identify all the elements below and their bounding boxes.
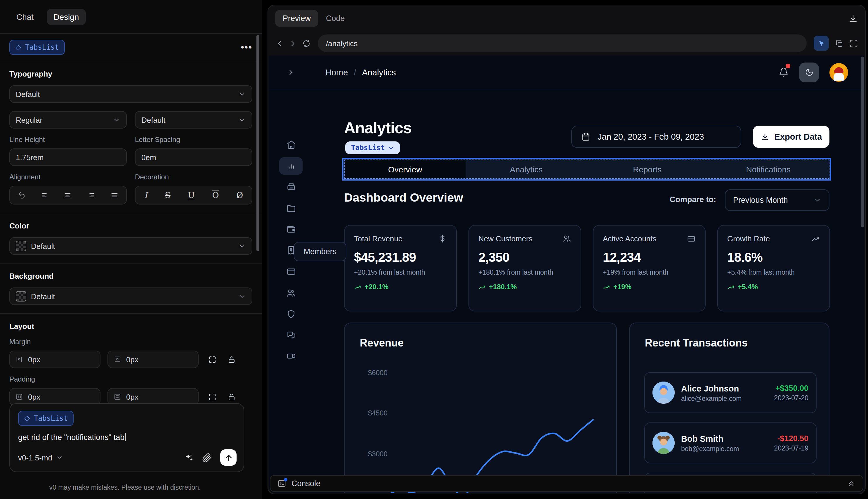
home-icon: [286, 139, 296, 149]
paperclip-icon[interactable]: [202, 452, 212, 462]
composer-component-chip[interactable]: TabsList: [18, 411, 74, 426]
typography-label: Typography: [9, 70, 252, 78]
italic-icon[interactable]: I: [144, 191, 148, 200]
sidebar-item-video[interactable]: [279, 347, 302, 365]
fullscreen-icon[interactable]: [849, 39, 858, 48]
sidebar-item-files[interactable]: [279, 199, 302, 217]
transaction-date: 2023-07-19: [774, 445, 808, 452]
chevron-down-icon: [238, 242, 246, 250]
url-input[interactable]: /analytics: [318, 35, 807, 52]
preview-nav-bar: /analytics: [268, 31, 865, 56]
app-viewport: Home / Analytics: [269, 56, 865, 493]
tab-notifications[interactable]: Notifications: [708, 160, 829, 178]
background-swatch: [16, 291, 26, 302]
tab-analytics[interactable]: Analytics: [466, 160, 587, 178]
download-icon[interactable]: [848, 13, 858, 23]
background-select[interactable]: Default: [9, 288, 252, 305]
shield-icon: [286, 309, 296, 319]
date-range-button[interactable]: Jan 20, 2023 - Feb 09, 2023: [571, 126, 741, 148]
padding-horizontal-input[interactable]: 0px: [9, 388, 100, 405]
expand-sides-icon[interactable]: [208, 392, 217, 401]
back-icon[interactable]: [275, 39, 284, 48]
margin-horizontal-input[interactable]: 0px: [9, 351, 100, 368]
sidebar-item-home[interactable]: [279, 136, 302, 153]
chevron-down-icon: [238, 90, 246, 98]
tab-chat[interactable]: Chat: [9, 9, 41, 25]
sparkles-icon[interactable]: [184, 452, 194, 462]
credit-card-icon: [286, 266, 296, 276]
letter-spacing-input[interactable]: 0em: [135, 148, 252, 166]
reset-alignment-icon[interactable]: [17, 191, 26, 199]
more-options-button[interactable]: •••: [241, 42, 252, 52]
tab-preview[interactable]: Preview: [275, 10, 318, 27]
theme-toggle-button[interactable]: [799, 62, 819, 82]
color-select[interactable]: Default: [9, 237, 252, 255]
tab-design[interactable]: Design: [47, 9, 86, 25]
dollar-sign-icon: [438, 234, 447, 243]
transaction-row[interactable]: Alice Johnson alice@example.com +$350.00…: [644, 372, 817, 413]
app-scrollbar[interactable]: [861, 57, 864, 227]
sidebar-item-wallet[interactable]: [279, 220, 302, 238]
console-bar[interactable]: Console: [270, 475, 863, 492]
chat-composer[interactable]: TabsList get rid of the "notifications" …: [9, 403, 244, 472]
breadcrumb-home[interactable]: Home: [325, 68, 348, 77]
console-status: [277, 479, 286, 488]
lock-icon[interactable]: [227, 355, 236, 364]
sidebar-item-members[interactable]: [279, 284, 302, 302]
export-data-button[interactable]: Export Data: [753, 126, 829, 148]
copy-icon[interactable]: [835, 39, 843, 48]
user-avatar[interactable]: [829, 63, 848, 82]
forward-icon[interactable]: [288, 39, 297, 48]
app-sidebar-rail: [269, 89, 310, 493]
sidebar-item-billing[interactable]: [279, 178, 302, 196]
chevron-down-icon: [113, 116, 120, 124]
compare-to-label: Compare to:: [652, 195, 716, 204]
model-select[interactable]: v0-1.5-md: [18, 453, 63, 462]
align-right-icon[interactable]: [87, 191, 96, 199]
strikethrough-icon[interactable]: S: [165, 191, 171, 200]
panel-scrollbar[interactable]: [257, 35, 259, 251]
padding-vertical-input[interactable]: 0px: [108, 388, 199, 405]
sidebar-item-messages[interactable]: [279, 326, 302, 343]
transaction-row[interactable]: Bob Smith bob@example.com -$120.50 2023-…: [644, 423, 817, 463]
diamond-icon: [24, 415, 30, 422]
lock-icon[interactable]: [227, 392, 236, 401]
background-label: Background: [9, 272, 252, 280]
tab-reports[interactable]: Reports: [587, 160, 708, 178]
preview-shell: Preview Code /analytics Home: [268, 5, 866, 494]
decoration-label: Decoration: [135, 173, 252, 181]
selection-chip[interactable]: TabsList: [345, 142, 400, 154]
tab-code[interactable]: Code: [318, 10, 352, 27]
overline-icon[interactable]: O: [212, 191, 219, 200]
font-family-select[interactable]: Default: [9, 85, 252, 103]
sidebar-expand-icon[interactable]: [287, 68, 295, 76]
avatar-alice-illustration: [653, 381, 675, 404]
selected-component-chip[interactable]: TabsList: [9, 40, 65, 55]
align-center-icon[interactable]: [64, 191, 72, 199]
refresh-icon[interactable]: [302, 39, 311, 48]
sidebar-item-cards[interactable]: [279, 263, 302, 280]
font-weight-select[interactable]: Regular: [9, 111, 127, 129]
underline-icon[interactable]: U: [188, 191, 195, 200]
moon-icon: [805, 68, 814, 76]
select-mode-button[interactable]: [814, 36, 829, 51]
background-section: Background Default: [0, 264, 262, 313]
font-size-select[interactable]: Default: [135, 111, 252, 129]
padding-vertical-icon: [113, 393, 122, 401]
align-left-icon[interactable]: [41, 191, 49, 199]
align-justify-icon[interactable]: [110, 191, 119, 199]
line-height-input[interactable]: 1.75rem: [9, 148, 127, 166]
composer-input[interactable]: get rid of the "notifications" tab: [18, 433, 235, 442]
chevrons-up-icon[interactable]: [847, 479, 856, 488]
no-decoration-icon[interactable]: Ø: [236, 191, 243, 200]
app-header: Home / Analytics: [269, 56, 865, 89]
expand-sides-icon[interactable]: [208, 355, 217, 364]
notifications-button[interactable]: [779, 67, 789, 77]
chevron-down-icon: [238, 116, 246, 124]
send-button[interactable]: [220, 449, 237, 466]
sidebar-item-analytics[interactable]: [279, 157, 302, 175]
tab-overview[interactable]: Overview: [345, 160, 466, 178]
margin-vertical-input[interactable]: 0px: [108, 351, 199, 368]
compare-to-select[interactable]: Previous Month: [725, 189, 829, 211]
sidebar-item-security[interactable]: [279, 305, 302, 322]
